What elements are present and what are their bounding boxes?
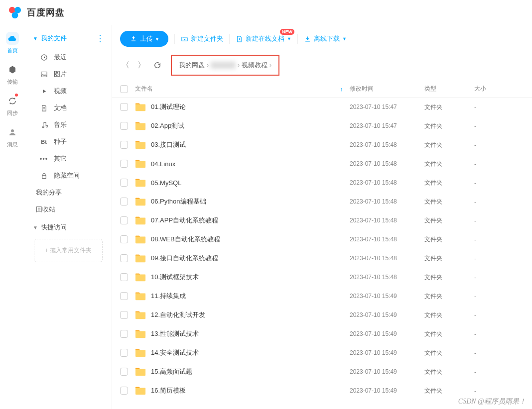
new-online-doc-button[interactable]: NEW 新建在线文档 ▼ xyxy=(236,34,291,43)
new-folder-button[interactable]: 新建文件夹 xyxy=(181,34,223,43)
file-row[interactable]: 05.MySQL 2023-07-10 15:48 文件夹 - xyxy=(112,173,532,192)
sidebar-item-image[interactable]: 图片 xyxy=(29,66,108,83)
folder-icon xyxy=(135,367,146,377)
column-name-header[interactable]: 文件名 ↑ xyxy=(135,85,350,93)
file-size: - xyxy=(474,236,524,243)
row-checkbox[interactable] xyxy=(120,122,128,130)
logo[interactable]: 百度网盘 xyxy=(7,4,65,20)
more-icon[interactable]: ⋮ xyxy=(96,33,104,44)
leftbar-sync-label: 同步 xyxy=(7,109,18,117)
nav-back-button[interactable]: 〈 xyxy=(120,60,131,71)
sidebar-recycle[interactable]: 回收站 xyxy=(29,201,108,218)
file-row[interactable]: 12.自动化测试开发 2023-07-10 15:49 文件夹 - xyxy=(112,306,532,324)
sidebar-item-doc[interactable]: 文档 xyxy=(29,100,108,116)
file-row[interactable]: 10.测试框架技术 2023-07-10 15:48 文件夹 - xyxy=(112,268,532,287)
row-checkbox[interactable] xyxy=(120,254,128,262)
file-row[interactable]: 14.安全测试技术 2023-07-10 15:49 文件夹 - xyxy=(112,343,532,362)
file-name-cell: 13.性能测试技术 xyxy=(135,329,350,339)
row-checkbox[interactable] xyxy=(120,235,128,243)
sidebar-item-lock[interactable]: 隐藏空间 xyxy=(29,167,108,184)
file-name-cell: 08.WEB自动化系统教程 xyxy=(135,234,350,244)
column-size-header[interactable]: 大小 xyxy=(474,85,524,93)
nav-forward-button[interactable]: 〉 xyxy=(136,60,147,71)
breadcrumb-hidden[interactable] xyxy=(211,62,236,69)
file-row[interactable]: 06.Python编程基础 2023-07-10 15:48 文件夹 - xyxy=(112,192,532,211)
file-row[interactable]: 02.App测试 2023-07-10 15:47 文件夹 - xyxy=(112,116,532,135)
quick-access-drop-zone[interactable]: + 拖入常用文件夹 xyxy=(34,239,103,262)
file-name-cell: 04.Linux xyxy=(135,159,350,169)
file-row[interactable]: 01.测试理论 2023-07-10 15:47 文件夹 - xyxy=(112,98,532,116)
row-checkbox[interactable] xyxy=(120,349,128,357)
file-name: 08.WEB自动化系统教程 xyxy=(151,235,220,244)
row-checkbox[interactable] xyxy=(120,198,128,205)
column-time-header[interactable]: 修改时间 xyxy=(350,85,424,93)
row-checkbox[interactable] xyxy=(120,179,128,187)
file-row[interactable]: 13.性能测试技术 2023-07-10 15:49 文件夹 - xyxy=(112,324,532,343)
file-name-cell: 12.自动化测试开发 xyxy=(135,310,350,320)
breadcrumb-separator: › xyxy=(207,62,209,69)
row-checkbox[interactable] xyxy=(120,311,128,319)
folder-icon xyxy=(135,140,146,150)
folder-icon xyxy=(135,197,146,206)
sidebar-quick-access[interactable]: ▼ 快捷访问 xyxy=(29,218,108,237)
main-layout: 首页 传输 同步 消息 ▼ 我的文件 ⋮ xyxy=(0,25,532,409)
file-row[interactable]: 04.Linux 2023-07-10 15:48 文件夹 - xyxy=(112,154,532,173)
file-row[interactable]: 07.APP自动化系统教程 2023-07-10 15:48 文件夹 - xyxy=(112,211,532,230)
select-all-checkbox[interactable] xyxy=(120,85,128,93)
new-folder-icon xyxy=(181,35,188,43)
sidebar-item-music[interactable]: 音乐 xyxy=(29,116,108,133)
sidebar-item-video[interactable]: 视频 xyxy=(29,83,108,100)
row-checkbox[interactable] xyxy=(120,387,128,395)
expand-icon: ▼ xyxy=(33,225,38,230)
file-size: - xyxy=(474,311,524,319)
leftbar-message-label: 消息 xyxy=(7,141,18,148)
row-checkbox[interactable] xyxy=(120,330,128,338)
file-time: 2023-07-10 15:48 xyxy=(350,217,424,224)
sidebar-item-label: 隐藏空间 xyxy=(54,171,80,180)
offline-download-button[interactable]: 离线下载 ▼ xyxy=(304,34,347,43)
file-type: 文件夹 xyxy=(424,160,474,168)
leftbar-transfer-label: 传输 xyxy=(7,78,18,86)
file-row[interactable]: 15.高频面试题 2023-07-10 15:49 文件夹 - xyxy=(112,362,532,381)
row-checkbox[interactable] xyxy=(120,103,128,111)
leftbar-transfer[interactable]: 传输 xyxy=(6,63,19,86)
file-type: 文件夹 xyxy=(424,349,474,357)
row-checkbox[interactable] xyxy=(120,141,128,149)
row-checkbox[interactable] xyxy=(120,368,128,376)
file-size: - xyxy=(474,387,524,395)
file-row[interactable]: 03.接口测试 2023-07-10 15:48 文件夹 - xyxy=(112,135,532,154)
sidebar-item-clock[interactable]: 最近 xyxy=(29,49,108,66)
sidebar-item-more[interactable]: •••其它 xyxy=(29,150,108,167)
breadcrumb-current[interactable]: 视频教程 xyxy=(242,61,267,70)
download-icon xyxy=(304,35,311,43)
file-type: 文件夹 xyxy=(424,254,474,263)
app-title: 百度网盘 xyxy=(27,6,65,18)
leftbar-sync[interactable]: 同步 xyxy=(6,95,19,117)
sidebar-my-files[interactable]: ▼ 我的文件 ⋮ xyxy=(29,30,108,47)
file-name-cell: 01.测试理论 xyxy=(135,102,350,112)
new-badge: NEW xyxy=(280,29,294,35)
file-time: 2023-07-10 15:47 xyxy=(350,122,424,129)
user-icon xyxy=(6,126,19,139)
file-name-cell: 14.安全测试技术 xyxy=(135,348,350,358)
file-row[interactable]: 08.WEB自动化系统教程 2023-07-10 15:48 文件夹 - xyxy=(112,230,532,249)
row-checkbox[interactable] xyxy=(120,216,128,224)
file-type: 文件夹 xyxy=(424,368,474,376)
file-row[interactable]: 11.持续集成 2023-07-10 15:49 文件夹 - xyxy=(112,287,532,306)
breadcrumb-separator: › xyxy=(238,62,240,69)
leftbar-home[interactable]: 首页 xyxy=(6,32,19,54)
row-checkbox[interactable] xyxy=(120,160,128,168)
nav-refresh-button[interactable] xyxy=(152,60,163,71)
row-checkbox[interactable] xyxy=(120,273,128,281)
content-area: 上传 新建文件夹 NEW 新建在线文档 ▼ 离线下载 ▼ 〈 〉 xyxy=(112,25,532,409)
breadcrumb-root[interactable]: 我的网盘 xyxy=(179,61,205,70)
file-row[interactable]: 09.接口自动化系统教程 2023-07-10 15:48 文件夹 - xyxy=(112,249,532,268)
row-checkbox[interactable] xyxy=(120,292,128,300)
folder-icon xyxy=(135,178,146,188)
upload-button[interactable]: 上传 xyxy=(120,31,168,47)
leftbar-message[interactable]: 消息 xyxy=(6,126,19,148)
sidebar-item-bt[interactable]: Bt种子 xyxy=(29,133,108,150)
sidebar-my-share[interactable]: 我的分享 xyxy=(29,184,108,201)
column-type-header[interactable]: 类型 xyxy=(424,85,474,93)
cloud-icon xyxy=(6,32,19,45)
